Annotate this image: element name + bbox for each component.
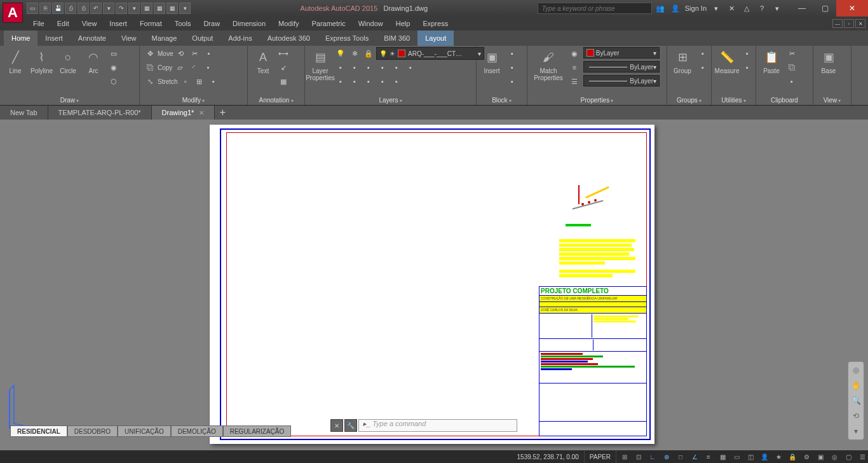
layer-freeze-icon[interactable]: ❄ bbox=[348, 47, 361, 60]
file-tab[interactable]: TEMPLATE-ARQ-PL-R00* bbox=[48, 106, 152, 120]
ribbon-tab-insert[interactable]: Insert bbox=[37, 31, 71, 46]
file-tab[interactable]: Drawing1*✕ bbox=[152, 106, 215, 120]
annoscale-icon[interactable]: 👤 bbox=[759, 452, 770, 462]
block-edit-icon[interactable]: ▪ bbox=[506, 61, 519, 74]
panel-draw-label[interactable]: Draw bbox=[4, 95, 135, 105]
prop-lw-icon[interactable]: ≡ bbox=[568, 61, 581, 74]
layer-r3b-icon[interactable]: ▪ bbox=[348, 75, 361, 88]
menu-insert[interactable]: Insert bbox=[103, 20, 133, 27]
qat-new-icon[interactable]: ▭ bbox=[27, 3, 38, 14]
layer-bulb-icon[interactable]: 💡 bbox=[334, 47, 347, 60]
ribbon-tab-bim-360[interactable]: BIM 360 bbox=[376, 31, 417, 46]
layer-r2f-icon[interactable]: ▪ bbox=[404, 61, 417, 74]
nav-zoom-icon[interactable]: 🔍 bbox=[850, 395, 862, 406]
close-button[interactable]: ✕ bbox=[836, 0, 868, 17]
qat-more-icon[interactable]: ▾ bbox=[179, 3, 191, 14]
layer-r3c-icon[interactable]: ▪ bbox=[362, 75, 375, 88]
layout-tab-regularização[interactable]: REGULARIZAÇÃO bbox=[223, 425, 292, 437]
layout-tab-residencial[interactable]: RESIDENCIAL bbox=[10, 425, 67, 437]
lineweight-combo[interactable]: ByLayer▾ bbox=[583, 75, 660, 86]
menu-parametric[interactable]: Parametric bbox=[305, 20, 351, 27]
prop-list-icon[interactable]: ☰ bbox=[568, 75, 581, 88]
dim-linear-icon[interactable]: ⟷ bbox=[277, 47, 290, 60]
arc-button[interactable]: ◠Arc bbox=[82, 47, 105, 76]
command-input[interactable]: ▸_ Type a command bbox=[358, 419, 517, 432]
drawing-canvas[interactable]: PROJETO COMPLETO CONSTRUÇÃO DE UMA RESID… bbox=[0, 120, 868, 450]
infocenter-icon[interactable]: 👥 bbox=[654, 3, 666, 14]
cut-icon[interactable]: ✂ bbox=[785, 47, 798, 60]
qat-extra3-icon[interactable]: ▦ bbox=[166, 3, 178, 14]
space-toggle[interactable]: PAPER bbox=[585, 450, 616, 463]
cmd-close-icon[interactable]: ✕ bbox=[330, 419, 343, 432]
table-icon[interactable]: ▦ bbox=[277, 75, 290, 88]
block-attr-icon[interactable]: ▪ bbox=[506, 75, 519, 88]
mod-e3-icon[interactable]: • bbox=[207, 75, 220, 88]
layer-r2b-icon[interactable]: ▪ bbox=[348, 61, 361, 74]
nav-wheel-icon[interactable]: ◎ bbox=[850, 364, 862, 376]
leader-icon[interactable]: ↙ bbox=[277, 61, 290, 74]
draw-extra2-icon[interactable]: ◉ bbox=[107, 61, 120, 74]
ortho-toggle-icon[interactable]: ∟ bbox=[647, 452, 658, 462]
panel-block-label[interactable]: Block bbox=[480, 95, 523, 105]
ribbon-tab-view[interactable]: View bbox=[114, 31, 144, 46]
polar-toggle-icon[interactable]: ⊕ bbox=[661, 452, 672, 462]
menu-file[interactable]: File bbox=[27, 20, 51, 27]
ribbon-tab-home[interactable]: Home bbox=[4, 31, 37, 46]
help-search-input[interactable] bbox=[538, 3, 652, 14]
qat-undo-dd-icon[interactable]: ▾ bbox=[103, 3, 114, 14]
ribbon-tab-output[interactable]: Output bbox=[184, 31, 220, 46]
qat-saveas-icon[interactable]: ⎙ bbox=[65, 3, 76, 14]
block-create-icon[interactable]: ▪ bbox=[506, 47, 519, 60]
help-dd-icon[interactable]: ▾ bbox=[771, 3, 783, 14]
sc-toggle-icon[interactable]: ◫ bbox=[745, 452, 756, 462]
stretch-icon[interactable]: ⤡ bbox=[144, 75, 156, 88]
trim-icon[interactable]: ✂ bbox=[188, 47, 201, 60]
a360-icon[interactable]: △ bbox=[741, 3, 752, 14]
move-icon[interactable]: ✥ bbox=[144, 47, 156, 60]
panel-modify-label[interactable]: Modify bbox=[144, 95, 243, 105]
panel-utilities-label[interactable]: Utilities bbox=[715, 95, 752, 105]
move-label[interactable]: Move bbox=[158, 50, 173, 57]
scale-lock-icon[interactable]: 🔒 bbox=[787, 452, 798, 462]
signin-icon[interactable]: 👤 bbox=[670, 3, 681, 14]
menu-express[interactable]: Express bbox=[416, 20, 454, 27]
layer-r2c-icon[interactable]: ▪ bbox=[362, 61, 375, 74]
circle-button[interactable]: ○Circle bbox=[57, 47, 79, 76]
util-e1-icon[interactable]: ▪ bbox=[741, 47, 754, 60]
copy-label[interactable]: Copy bbox=[158, 64, 172, 71]
osnap-toggle-icon[interactable]: □ bbox=[675, 452, 686, 462]
lwt-toggle-icon[interactable]: ≡ bbox=[703, 452, 714, 462]
layer-r2a-icon[interactable]: ▪ bbox=[334, 61, 347, 74]
layout-tab-desdobro[interactable]: DESDOBRO bbox=[67, 425, 118, 437]
stretch-label[interactable]: Stretch bbox=[158, 78, 178, 85]
workspace-icon[interactable]: ⚙ bbox=[801, 452, 812, 462]
nav-showm-icon[interactable]: ▾ bbox=[850, 425, 862, 437]
customize-icon[interactable]: ☰ bbox=[857, 452, 868, 462]
menu-draw[interactable]: Draw bbox=[197, 20, 226, 27]
hardware-icon[interactable]: ▣ bbox=[815, 452, 826, 462]
layer-lock-icon[interactable]: 🔒 bbox=[362, 47, 375, 60]
qat-open-icon[interactable]: ⎘ bbox=[39, 3, 51, 14]
ribbon-tab-autodesk-360[interactable]: Autodesk 360 bbox=[260, 31, 318, 46]
grid-toggle-icon[interactable]: ⊞ bbox=[619, 452, 630, 462]
polyline-button[interactable]: ⌇Polyline bbox=[29, 47, 54, 76]
copy-icon[interactable]: ⿻ bbox=[144, 61, 156, 74]
cleanscreen-icon[interactable]: ▢ bbox=[843, 452, 854, 462]
qat-undo-icon[interactable]: ↶ bbox=[90, 3, 102, 14]
ucs-icon[interactable] bbox=[6, 380, 38, 431]
panel-view-label[interactable]: View bbox=[817, 95, 847, 105]
mdi-min-icon[interactable]: — bbox=[832, 19, 843, 28]
paste-button[interactable]: 📋Paste bbox=[760, 47, 783, 76]
layer-r3e-icon[interactable]: ▪ bbox=[390, 75, 403, 88]
menu-dimension[interactable]: Dimension bbox=[226, 20, 272, 27]
color-combo[interactable]: ByLayer▾ bbox=[583, 47, 660, 59]
layer-r2e-icon[interactable]: ▪ bbox=[390, 61, 403, 74]
signin-dd-icon[interactable]: ▾ bbox=[710, 3, 722, 14]
layout-tab-demolição[interactable]: DEMOLIÇÃO bbox=[171, 425, 223, 437]
util-e2-icon[interactable]: ▪ bbox=[741, 61, 754, 74]
nav-pan-icon[interactable]: ✋ bbox=[850, 380, 862, 391]
qat-redo-dd-icon[interactable]: ▾ bbox=[128, 3, 140, 14]
ribbon-tab-manage[interactable]: Manage bbox=[144, 31, 185, 46]
menu-help[interactable]: Help bbox=[390, 20, 417, 27]
base-button[interactable]: ▣Base bbox=[817, 47, 840, 76]
